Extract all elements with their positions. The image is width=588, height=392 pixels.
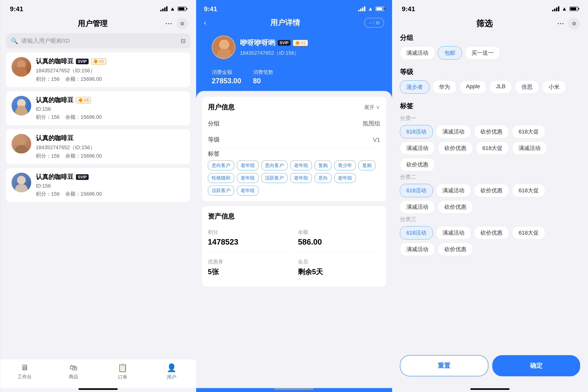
svg-point-4 — [17, 137, 26, 146]
scan-button[interactable]: ⊙ — [176, 18, 188, 30]
chip-满减活动-3[interactable]: 满减活动 — [436, 226, 471, 240]
chip-满减活动-3b[interactable]: 满减活动 — [400, 243, 435, 256]
status-icons-1: ▲ — [160, 6, 186, 12]
chip-618大促-3[interactable]: 618大促 — [512, 226, 545, 240]
tab-bar: 🖥 工作台 🛍 商品 📋 订单 👤 用户 — [0, 359, 196, 388]
status-time-2: 9:41 — [204, 5, 217, 13]
user-stats: 积分：156 余额：15696.00 — [36, 190, 185, 197]
more-options-button[interactable]: ··· — [166, 20, 173, 27]
balance-item: 余额 586.00 — [294, 225, 380, 250]
tab-workbench[interactable]: 🖥 工作台 — [0, 363, 49, 380]
list-item[interactable]: 认真的咖啡豆 184352747652（ID:156） 积分：156 余额：15… — [6, 129, 190, 164]
chip-砍价优惠-1c[interactable]: 砍价优惠 — [400, 158, 435, 171]
more-options-button-3[interactable]: ··· — [557, 20, 564, 27]
subsection-title-cat2: 分类二 — [400, 173, 580, 181]
chip-618活动-2[interactable]: 618活动 — [400, 184, 433, 197]
battery-icon-3 — [569, 7, 578, 11]
chip-砍价优惠-2b[interactable]: 砍价优惠 — [438, 200, 473, 214]
chip-Apple[interactable]: Apple — [459, 80, 487, 94]
list-item[interactable]: 认真的咖啡豆 🔶 V5 ID:156 积分：156 余额：15696.00 — [6, 91, 190, 125]
chip-满减活动-1c[interactable]: 满减活动 — [512, 142, 547, 155]
subsection-title-cat3: 分类三 — [400, 216, 580, 223]
user-detail-id: 184352747652（ID:156） — [240, 50, 376, 56]
users-icon: 👤 — [167, 363, 177, 372]
chip-JLB[interactable]: JLB — [489, 80, 512, 94]
coupon-item: 优惠券 5张 — [208, 254, 294, 281]
scan-button-3[interactable]: ⊙ — [568, 18, 580, 30]
signal-icon-3 — [552, 6, 559, 11]
phone2: 9:41 ▲ ‹ 用户详情 ··· — [196, 0, 392, 392]
chip-砍价优惠-1[interactable]: 砍价优惠 — [474, 125, 509, 138]
svip-badge: SVIP — [76, 58, 89, 64]
status-bar-2: 9:41 ▲ — [204, 0, 384, 16]
chip-砍价优惠-1b[interactable]: 砍价优惠 — [438, 142, 473, 155]
detail-content: 用户信息 展开 ∨ 分组 氛围组 等级 V1 标签 意向客户老年组意向客户老年组… — [196, 91, 392, 388]
user-info: 认真的咖啡豆 184352747652（ID:156） 积分：156 余额：15… — [36, 134, 185, 159]
chip-华为[interactable]: 华为 — [432, 80, 456, 94]
user-detail-name: 咿呀咿呀哟 — [240, 38, 275, 48]
user-name: 认真的咖啡豆 — [36, 134, 74, 142]
chip-618活动-1[interactable]: 618活动 — [400, 125, 433, 138]
user-id: ID:156 — [36, 106, 185, 112]
avatar — [12, 173, 31, 192]
tab-products[interactable]: 🛍 商品 — [49, 363, 98, 380]
chip-满减活动-1b[interactable]: 满减活动 — [400, 142, 435, 155]
chip-买一送一[interactable]: 买一送一 — [465, 46, 500, 60]
back-button[interactable]: ‹ — [204, 18, 206, 27]
chip-砍价优惠-3b[interactable]: 砍价优惠 — [438, 243, 473, 256]
points-item: 积分 1478523 — [208, 225, 294, 250]
tab-orders[interactable]: 📋 订单 — [98, 363, 147, 380]
cat3-chips: 618活动 满减活动 砍价优惠 618大促 满减活动 砍价优惠 — [400, 226, 580, 256]
user-detail-avatar — [212, 36, 235, 59]
reset-button[interactable]: 重置 — [400, 355, 488, 376]
user-name: 认真的咖啡豆 — [36, 173, 74, 181]
chip-618大促-1[interactable]: 618大促 — [512, 125, 545, 138]
consume-amount-value: 27853.00 — [212, 77, 241, 85]
chip-618大促-1b[interactable]: 618大促 — [476, 142, 509, 155]
chip-漫步者[interactable]: 漫步者 — [400, 80, 429, 94]
nav-bar-2: ‹ 用户详情 ··· ⊙ — [204, 16, 384, 32]
tag-item: 复购 — [315, 160, 331, 170]
group-value: 氛围组 — [363, 120, 380, 128]
cat1-chips: 618活动 满减活动 砍价优惠 618大促 满减活动 砍价优惠 618大促 满减… — [400, 125, 580, 171]
chip-倍思[interactable]: 倍思 — [515, 80, 539, 94]
chip-砍价优惠-2[interactable]: 砍价优惠 — [474, 184, 509, 197]
list-item[interactable]: 认真的咖啡豆 SVIP ID:156 积分：156 余额：15696.00 — [6, 168, 190, 202]
filter-icon[interactable]: ⊟ — [181, 38, 186, 44]
more-options-button-2[interactable]: ··· ⊙ — [364, 18, 384, 28]
chip-满减活动-1[interactable]: 满减活动 — [436, 125, 471, 138]
consume-amount-label: 消费金额 — [212, 69, 241, 76]
tab-label-workbench: 工作台 — [18, 374, 32, 380]
chip-618大促-2[interactable]: 618大促 — [512, 184, 545, 197]
user-header-name-row: 咿呀咿呀哟 SVIP 🔶 V1 — [240, 38, 376, 48]
chip-小米[interactable]: 小米 — [542, 80, 566, 94]
chip-砍价优惠-3[interactable]: 砍价优惠 — [474, 226, 509, 240]
user-list: 认真的咖啡豆 SVIP 🔶 V1 184352747652（ID:156） 积分… — [0, 52, 196, 359]
asset-card-header: 资产信息 — [208, 212, 380, 221]
v5-badge: 🔶 V5 — [76, 97, 91, 103]
stats-row: 消费金额 27853.00 消费笔数 80 — [204, 65, 384, 91]
chip-618活动-3[interactable]: 618活动 — [400, 226, 433, 240]
tag-item: 意向 — [315, 173, 331, 183]
level-label: 等级 — [208, 136, 220, 144]
consume-count-label: 消费笔数 — [253, 69, 273, 76]
group-label: 分组 — [208, 120, 220, 128]
search-input[interactable]: 请输入用户昵称/ID — [21, 37, 70, 45]
chip-满减活动-2b[interactable]: 满减活动 — [400, 200, 435, 214]
user-header-info: 咿呀咿呀哟 SVIP 🔶 V1 184352747652（ID:156） — [240, 38, 376, 56]
chip-包邮[interactable]: 包邮 — [438, 46, 462, 60]
expand-button[interactable]: 展开 ∨ — [364, 104, 380, 111]
search-bar[interactable]: 🔍 请输入用户昵称/ID ⊟ — [6, 33, 190, 48]
status-bar-1: 9:41 ▲ — [0, 0, 196, 16]
confirm-button[interactable]: 确定 — [492, 355, 580, 376]
page-title-1: 用户管理 — [78, 18, 108, 28]
wifi-icon-2: ▲ — [368, 6, 373, 12]
tab-users[interactable]: 👤 用户 — [147, 363, 196, 380]
asset-info-card: 资产信息 积分 1478523 余额 586.00 优惠券 — [202, 206, 386, 286]
chip-满减活动[interactable]: 满减活动 — [400, 46, 435, 60]
tag-item: 活跃客户 — [208, 186, 234, 196]
avatar — [12, 57, 31, 77]
chip-满减活动-2[interactable]: 满减活动 — [436, 184, 471, 197]
svg-point-7 — [15, 184, 28, 192]
list-item[interactable]: 认真的咖啡豆 SVIP 🔶 V1 184352747652（ID:156） 积分… — [6, 52, 190, 87]
